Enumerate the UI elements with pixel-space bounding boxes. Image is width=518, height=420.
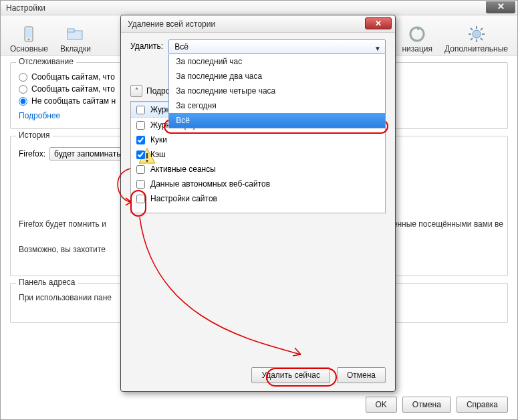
svg-rect-4: [68, 29, 74, 32]
gear-icon: [466, 25, 487, 43]
range-option-selected[interactable]: Всё: [169, 113, 385, 128]
svg-rect-15: [146, 153, 148, 159]
range-option[interactable]: За последние два часа: [169, 69, 385, 84]
svg-line-13: [471, 38, 473, 40]
range-dropdown: За последний час За последние два часа З…: [168, 54, 386, 128]
collapse-icon[interactable]: ˄: [130, 85, 142, 97]
toolbar-item-main[interactable]: Основные: [5, 18, 53, 55]
toolbar-item-sync[interactable]: низация: [396, 18, 438, 55]
toolbar-label: Вкладки: [60, 44, 91, 54]
delete-range-row: Удалить: Всё За последний час За последн…: [130, 39, 386, 54]
toolbar-item-tabs[interactable]: Вкладки: [55, 18, 96, 55]
folder-icon: [65, 25, 86, 43]
toolbar-label: Дополнительные: [444, 44, 508, 54]
delete-label: Удалить:: [130, 39, 163, 51]
dialog-close-button[interactable]: ✕: [365, 17, 392, 29]
range-option[interactable]: За сегодня: [169, 98, 385, 113]
range-option[interactable]: За последние четыре часа: [169, 84, 385, 98]
range-select[interactable]: Всё: [168, 39, 386, 54]
dialog-cancel-button[interactable]: Отмена: [337, 367, 386, 383]
check-item-offline[interactable]: Данные автономных веб-сайтов: [131, 177, 385, 191]
svg-rect-16: [146, 160, 148, 162]
dialog-title-text: Удаление всей истории: [128, 19, 215, 29]
tracking-more-link[interactable]: Подробнее: [19, 111, 60, 120]
toolbar-item-extras[interactable]: Дополнительные: [439, 18, 513, 55]
svg-point-2: [28, 39, 30, 41]
svg-line-12: [481, 38, 483, 40]
tracking-legend: Отслеживание: [16, 57, 76, 66]
clear-history-dialog: Удаление всей истории ✕ Удалить: Всё За …: [120, 15, 396, 392]
firefox-label: Firefox:: [19, 149, 45, 159]
addressbar-legend: Панель адреса: [16, 278, 78, 287]
svg-point-6: [473, 30, 481, 38]
toolbar-label: низация: [402, 44, 432, 54]
settings-title-text: Настройки: [6, 3, 45, 13]
check-item-siteprefs[interactable]: Настройки сайтов: [131, 191, 385, 206]
check-item-cache[interactable]: Кэш: [131, 147, 385, 162]
help-button[interactable]: Справка: [457, 397, 508, 413]
settings-cancel-button[interactable]: Отмена: [402, 397, 451, 413]
settings-close-button[interactable]: ✕: [486, 1, 515, 13]
ok-button[interactable]: OK: [366, 397, 397, 413]
dialog-button-row: Удалить сейчас Отмена: [251, 367, 386, 383]
check-item-cookies[interactable]: Куки: [131, 132, 385, 147]
range-option[interactable]: За последний час: [169, 54, 385, 69]
settings-button-row: OK Отмена Справка: [366, 397, 508, 413]
toolbar-label: Основные: [10, 44, 48, 54]
svg-line-14: [481, 28, 483, 30]
check-item-sessions[interactable]: Активные сеансы: [131, 162, 385, 177]
svg-rect-1: [26, 29, 31, 37]
settings-title-bar: Настройки ✕: [1, 1, 517, 15]
phone-icon: [18, 25, 39, 43]
dialog-title-bar: Удаление всей истории ✕: [121, 15, 395, 33]
history-legend: История: [16, 130, 53, 140]
delete-now-button[interactable]: Удалить сейчас: [251, 367, 330, 383]
sync-icon: [406, 25, 428, 43]
svg-line-11: [471, 28, 473, 30]
